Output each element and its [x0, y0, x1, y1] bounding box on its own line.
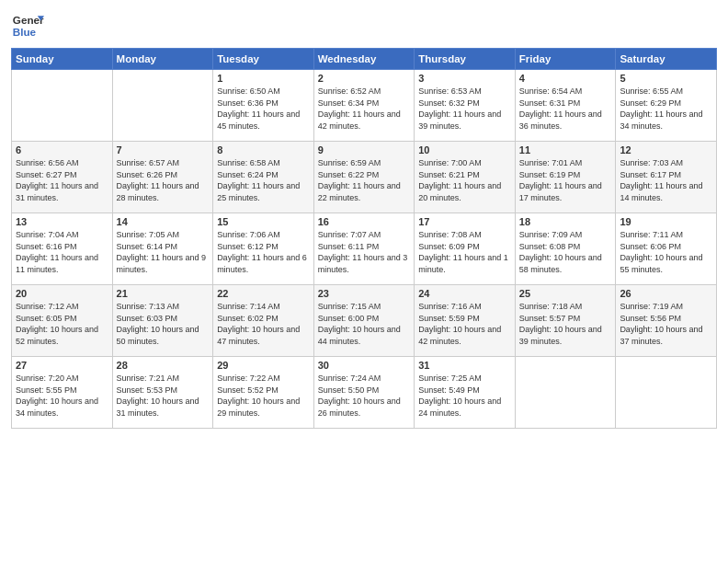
header: General Blue: [11, 9, 717, 42]
cell-info: Sunrise: 6:59 AMSunset: 6:22 PMDaylight:…: [318, 157, 411, 203]
calendar-cell: 9Sunrise: 6:59 AMSunset: 6:22 PMDaylight…: [313, 142, 415, 213]
cell-info: Sunrise: 7:20 AMSunset: 5:55 PMDaylight:…: [16, 373, 108, 419]
day-number: 1: [217, 73, 310, 84]
day-number: 4: [519, 73, 612, 84]
calendar-cell: 29Sunrise: 7:22 AMSunset: 5:52 PMDayligh…: [213, 357, 314, 429]
day-header-monday: Monday: [112, 49, 213, 70]
day-number: 2: [318, 73, 411, 84]
day-number: 13: [16, 216, 108, 227]
calendar-cell: [112, 70, 213, 142]
day-number: 26: [620, 288, 712, 299]
day-number: 24: [418, 288, 511, 299]
week-row-1: 6Sunrise: 6:56 AMSunset: 6:27 PMDaylight…: [12, 142, 717, 213]
cell-info: Sunrise: 6:53 AMSunset: 6:32 PMDaylight:…: [418, 86, 511, 132]
calendar-cell: 24Sunrise: 7:16 AMSunset: 5:59 PMDayligh…: [415, 285, 516, 357]
cell-info: Sunrise: 7:03 AMSunset: 6:17 PMDaylight:…: [620, 157, 712, 203]
cell-info: Sunrise: 7:07 AMSunset: 6:11 PMDaylight:…: [318, 229, 411, 275]
calendar-cell: 5Sunrise: 6:55 AMSunset: 6:29 PMDaylight…: [616, 70, 717, 142]
cell-info: Sunrise: 7:06 AMSunset: 6:12 PMDaylight:…: [217, 229, 310, 275]
calendar-cell: 2Sunrise: 6:52 AMSunset: 6:34 PMDaylight…: [313, 70, 415, 142]
calendar-cell: 26Sunrise: 7:19 AMSunset: 5:56 PMDayligh…: [616, 285, 717, 357]
day-number: 12: [620, 144, 712, 155]
cell-info: Sunrise: 7:00 AMSunset: 6:21 PMDaylight:…: [418, 157, 511, 203]
calendar-cell: 21Sunrise: 7:13 AMSunset: 6:03 PMDayligh…: [112, 285, 213, 357]
cell-info: Sunrise: 6:57 AMSunset: 6:26 PMDaylight:…: [117, 157, 210, 203]
day-header-wednesday: Wednesday: [313, 49, 415, 70]
day-header-tuesday: Tuesday: [213, 49, 314, 70]
logo-icon: General Blue: [11, 9, 44, 42]
day-header-saturday: Saturday: [616, 49, 717, 70]
day-number: 21: [117, 288, 210, 299]
calendar-cell: 31Sunrise: 7:25 AMSunset: 5:49 PMDayligh…: [415, 357, 516, 429]
cell-info: Sunrise: 7:16 AMSunset: 5:59 PMDaylight:…: [418, 301, 511, 347]
day-number: 7: [117, 144, 210, 155]
day-number: 20: [16, 288, 108, 299]
calendar-cell: 30Sunrise: 7:24 AMSunset: 5:50 PMDayligh…: [313, 357, 415, 429]
day-number: 3: [418, 73, 511, 84]
cell-info: Sunrise: 7:25 AMSunset: 5:49 PMDaylight:…: [418, 373, 511, 419]
week-row-4: 27Sunrise: 7:20 AMSunset: 5:55 PMDayligh…: [12, 357, 717, 429]
day-number: 9: [318, 144, 411, 155]
day-number: 15: [217, 216, 310, 227]
calendar-cell: 7Sunrise: 6:57 AMSunset: 6:26 PMDaylight…: [112, 142, 213, 213]
calendar-cell: 6Sunrise: 6:56 AMSunset: 6:27 PMDaylight…: [12, 142, 113, 213]
calendar-cell: 3Sunrise: 6:53 AMSunset: 6:32 PMDaylight…: [415, 70, 516, 142]
day-number: 14: [117, 216, 210, 227]
calendar-cell: 1Sunrise: 6:50 AMSunset: 6:36 PMDaylight…: [213, 70, 314, 142]
calendar-page: General Blue SundayMondayTuesdayWednesda…: [0, 0, 728, 563]
cell-info: Sunrise: 7:09 AMSunset: 6:08 PMDaylight:…: [519, 229, 612, 275]
calendar-table: SundayMondayTuesdayWednesdayThursdayFrid…: [11, 48, 717, 429]
calendar-cell: 8Sunrise: 6:58 AMSunset: 6:24 PMDaylight…: [213, 142, 314, 213]
day-number: 17: [418, 216, 511, 227]
cell-info: Sunrise: 6:58 AMSunset: 6:24 PMDaylight:…: [217, 157, 310, 203]
day-number: 25: [519, 288, 612, 299]
day-number: 11: [519, 144, 612, 155]
logo: General Blue: [11, 9, 44, 42]
day-number: 30: [318, 360, 411, 371]
week-row-0: 1Sunrise: 6:50 AMSunset: 6:36 PMDaylight…: [12, 70, 717, 142]
calendar-cell: 17Sunrise: 7:08 AMSunset: 6:09 PMDayligh…: [415, 213, 516, 285]
day-header-sunday: Sunday: [12, 49, 113, 70]
day-number: 31: [418, 360, 511, 371]
calendar-cell: 4Sunrise: 6:54 AMSunset: 6:31 PMDaylight…: [515, 70, 616, 142]
day-number: 22: [217, 288, 310, 299]
cell-info: Sunrise: 7:24 AMSunset: 5:50 PMDaylight:…: [318, 373, 411, 419]
cell-info: Sunrise: 7:13 AMSunset: 6:03 PMDaylight:…: [117, 301, 210, 347]
svg-text:General: General: [13, 14, 44, 26]
day-number: 29: [217, 360, 310, 371]
calendar-cell: 15Sunrise: 7:06 AMSunset: 6:12 PMDayligh…: [213, 213, 314, 285]
calendar-cell: 28Sunrise: 7:21 AMSunset: 5:53 PMDayligh…: [112, 357, 213, 429]
cell-info: Sunrise: 6:52 AMSunset: 6:34 PMDaylight:…: [318, 86, 411, 132]
day-header-friday: Friday: [515, 49, 616, 70]
cell-info: Sunrise: 7:01 AMSunset: 6:19 PMDaylight:…: [519, 157, 612, 203]
calendar-cell: 22Sunrise: 7:14 AMSunset: 6:02 PMDayligh…: [213, 285, 314, 357]
day-number: 16: [318, 216, 411, 227]
cell-info: Sunrise: 7:19 AMSunset: 5:56 PMDaylight:…: [620, 301, 712, 347]
cell-info: Sunrise: 7:12 AMSunset: 6:05 PMDaylight:…: [16, 301, 108, 347]
cell-info: Sunrise: 7:04 AMSunset: 6:16 PMDaylight:…: [16, 229, 108, 275]
calendar-cell: [616, 357, 717, 429]
calendar-cell: 16Sunrise: 7:07 AMSunset: 6:11 PMDayligh…: [313, 213, 415, 285]
calendar-cell: 11Sunrise: 7:01 AMSunset: 6:19 PMDayligh…: [515, 142, 616, 213]
day-number: 18: [519, 216, 612, 227]
cell-info: Sunrise: 6:55 AMSunset: 6:29 PMDaylight:…: [620, 86, 712, 132]
week-row-3: 20Sunrise: 7:12 AMSunset: 6:05 PMDayligh…: [12, 285, 717, 357]
calendar-cell: 25Sunrise: 7:18 AMSunset: 5:57 PMDayligh…: [515, 285, 616, 357]
calendar-cell: [12, 70, 113, 142]
day-number: 10: [418, 144, 511, 155]
cell-info: Sunrise: 7:15 AMSunset: 6:00 PMDaylight:…: [318, 301, 411, 347]
cell-info: Sunrise: 6:56 AMSunset: 6:27 PMDaylight:…: [16, 157, 108, 203]
day-number: 27: [16, 360, 108, 371]
cell-info: Sunrise: 7:22 AMSunset: 5:52 PMDaylight:…: [217, 373, 310, 419]
day-number: 5: [620, 73, 712, 84]
cell-info: Sunrise: 6:54 AMSunset: 6:31 PMDaylight:…: [519, 86, 612, 132]
days-header-row: SundayMondayTuesdayWednesdayThursdayFrid…: [12, 49, 717, 70]
week-row-2: 13Sunrise: 7:04 AMSunset: 6:16 PMDayligh…: [12, 213, 717, 285]
calendar-cell: 10Sunrise: 7:00 AMSunset: 6:21 PMDayligh…: [415, 142, 516, 213]
cell-info: Sunrise: 7:18 AMSunset: 5:57 PMDaylight:…: [519, 301, 612, 347]
calendar-cell: 19Sunrise: 7:11 AMSunset: 6:06 PMDayligh…: [616, 213, 717, 285]
day-number: 28: [117, 360, 210, 371]
svg-text:Blue: Blue: [13, 26, 37, 38]
cell-info: Sunrise: 7:21 AMSunset: 5:53 PMDaylight:…: [117, 373, 210, 419]
calendar-cell: 12Sunrise: 7:03 AMSunset: 6:17 PMDayligh…: [616, 142, 717, 213]
